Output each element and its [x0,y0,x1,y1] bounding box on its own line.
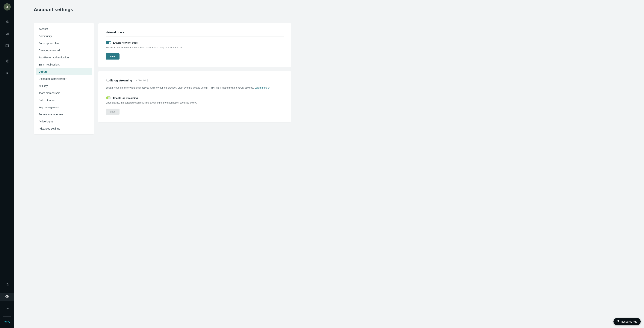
rail-item-analytics[interactable] [0,30,14,38]
svg-rect-3 [8,33,8,35]
page-title: Account settings [14,0,639,18]
audit-log-toggle-row: Enable log streaming [106,96,284,99]
audit-log-status-badge: Disabled [134,79,148,82]
rail-item-layers[interactable] [0,18,14,26]
settings-nav-item[interactable]: Two-Factor authentication [36,54,92,61]
settings-nav-item[interactable]: Active logins [36,118,92,125]
settings-nav-item[interactable]: API key [36,82,92,89]
rail-divider [3,14,11,15]
settings-nav-item[interactable]: Account [36,25,92,32]
svg-rect-1 [6,34,6,35]
audit-log-toggle[interactable] [106,96,111,99]
network-trace-save-button[interactable]: Save [106,53,120,59]
svg-point-5 [6,60,7,61]
svg-point-4 [8,59,8,60]
rail-item-logout[interactable] [0,305,14,313]
resource-hub-button[interactable]: Resource hub [614,318,641,325]
gear-icon [6,295,9,299]
audit-log-subtext-text: Stream your job history and user activit… [106,86,254,89]
panel-audit-log: Audit log streaming Disabled Stream your… [98,71,291,122]
rail-group-mid [0,57,14,77]
settings-nav-item[interactable]: Advanced settings [36,125,92,132]
svg-point-11 [7,296,8,297]
network-trace-description: Shows HTTP request and response data for… [106,46,284,49]
rail-item-settings[interactable] [0,293,14,301]
svg-point-14 [9,322,10,323]
audit-log-subtext: Stream your job history and user activit… [106,86,284,89]
logo-icon [4,321,10,324]
settings-nav-item[interactable]: Change password [36,47,92,54]
content-row: AccountCommunitySubscription planChange … [14,18,644,140]
audit-log-save-button[interactable]: Save [106,109,120,115]
bar-chart-icon [6,32,9,36]
panels: Network trace Enable network trace Shows… [98,23,291,134]
svg-point-13 [8,321,9,322]
network-trace-heading: Network trace [106,31,284,37]
brand-logo[interactable] [4,320,10,324]
toggle-knob [106,97,108,99]
settings-nav-item[interactable]: Subscription plan [36,40,92,47]
settings-nav-item[interactable]: Delegated administrator [36,75,92,82]
layers-icon [6,20,9,24]
rail-item-docs[interactable] [0,42,14,50]
avatar-initial: J [6,5,8,8]
rail-item-share[interactable] [0,57,14,65]
audit-log-heading-row: Audit log streaming Disabled [106,79,284,85]
audit-log-description: Upon saving, the selected events will be… [106,101,284,104]
network-trace-toggle[interactable] [106,41,111,44]
settings-nav-item[interactable]: Email notifications [36,61,92,68]
svg-line-8 [6,61,8,62]
audit-log-heading: Audit log streaming [106,79,132,82]
book-icon [6,44,9,48]
svg-line-7 [6,60,8,61]
main-content: Account settings AccountCommunitySubscri… [14,0,644,328]
rail-item-notes[interactable] [0,281,14,289]
svg-rect-2 [7,33,8,35]
lightbulb-icon [617,320,620,323]
network-trace-toggle-label: Enable network trace [113,41,138,44]
resource-hub-label: Resource hub [621,320,637,323]
logout-icon [6,307,9,311]
settings-nav-item[interactable]: Debug [36,68,92,75]
settings-nav-item[interactable]: Team membership [36,89,92,97]
external-link-icon [268,86,270,88]
settings-nav-item[interactable]: Community [36,32,92,40]
share-icon [6,59,9,63]
rail-divider-2 [3,54,11,54]
file-icon [6,283,9,287]
audit-log-toggle-label: Enable log streaming [113,97,138,99]
settings-nav-item[interactable]: Key management [36,104,92,111]
toggle-knob [109,41,111,44]
svg-line-15 [268,87,269,88]
panel-network-trace: Network trace Enable network trace Shows… [98,23,291,67]
wrench-icon [6,71,9,75]
learn-more-link[interactable]: Learn more [254,86,269,89]
network-trace-toggle-row: Enable network trace [106,41,284,44]
rail-group-bottom [0,281,14,313]
rail-group-top [0,18,14,50]
settings-nav-item[interactable]: Secrets management [36,111,92,118]
avatar[interactable]: J [4,3,11,10]
svg-point-6 [8,62,8,62]
left-rail: J [0,0,14,328]
learn-more-text: Learn more [254,86,267,89]
svg-marker-0 [6,20,8,22]
rail-item-tools[interactable] [0,69,14,77]
settings-nav-item[interactable]: Data retention [36,97,92,104]
settings-nav: AccountCommunitySubscription planChange … [34,23,94,134]
